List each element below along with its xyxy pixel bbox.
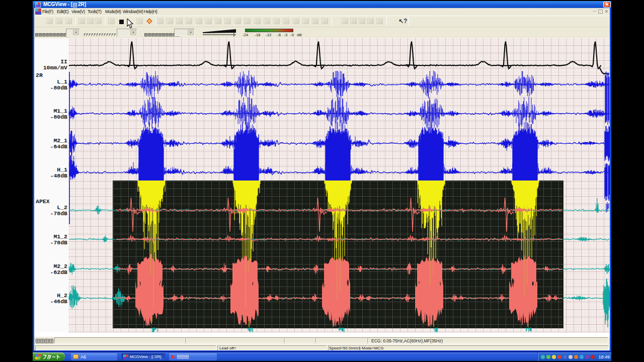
svg-text:-78dB: -78dB bbox=[50, 239, 67, 246]
svg-text:-46dB: -46dB bbox=[50, 298, 67, 305]
svg-text:-80dB: -80dB bbox=[50, 84, 67, 91]
svg-text:-80dB: -80dB bbox=[50, 114, 67, 120]
svg-text:-64dB: -64dB bbox=[50, 143, 67, 150]
svg-text:-62dB: -62dB bbox=[50, 269, 67, 276]
svg-text:10mm/mV: 10mm/mV bbox=[43, 64, 67, 71]
svg-text:2R: 2R bbox=[36, 72, 43, 78]
svg-text:APEX: APEX bbox=[36, 198, 50, 205]
svg-text:-78dB: -78dB bbox=[50, 210, 67, 217]
svg-text:-48dB: -48dB bbox=[50, 172, 67, 179]
